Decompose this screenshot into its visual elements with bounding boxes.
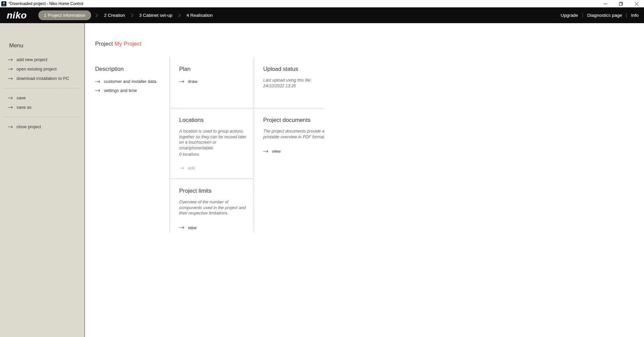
section-title: Project limits xyxy=(179,188,248,194)
customer-installer-data-link[interactable]: customer and installer data xyxy=(95,79,167,84)
diagnostics-page-link[interactable]: Diagnostics page xyxy=(587,13,622,18)
menu-divider xyxy=(4,88,80,88)
step-creation[interactable]: 2 Creation xyxy=(103,10,126,20)
minimize-button[interactable] xyxy=(598,0,613,7)
content-area: Menu add new project open existing proje… xyxy=(0,23,644,337)
link-label: view xyxy=(272,149,281,154)
section-title: Plan xyxy=(179,66,246,73)
project-limits-description: Overview of the number of components use… xyxy=(179,199,248,216)
menu-item-open-existing-project[interactable]: open existing project xyxy=(8,66,84,71)
arrow-right-icon xyxy=(179,80,185,83)
window-controls xyxy=(598,0,644,7)
view-project-documents-link[interactable]: view xyxy=(263,149,325,154)
nav-right-links: Upgrade Diagnostics page Info xyxy=(561,13,639,18)
niko-logo: niko xyxy=(7,11,27,20)
chevron-right-icon xyxy=(178,13,181,17)
section-project-documents: Project documents The project documents … xyxy=(263,117,325,154)
main-panel: Project My Project Description customer … xyxy=(85,23,644,337)
arrow-right-icon xyxy=(179,166,185,170)
section-title: Upload status xyxy=(263,66,327,73)
separator xyxy=(626,13,627,18)
upload-status-text: Last upload using this file: 24/10/2022 … xyxy=(263,78,327,89)
project-name: My Project xyxy=(115,41,142,47)
link-label: view xyxy=(188,225,197,230)
upload-status-line1: Last upload using this file: xyxy=(263,78,327,83)
menu-item-label: save as xyxy=(16,105,32,110)
upgrade-link[interactable]: Upgrade xyxy=(561,13,578,18)
arrow-right-icon xyxy=(263,150,269,153)
menu-item-label: add new project xyxy=(16,57,47,62)
step-realisation[interactable]: 4 Realisation xyxy=(185,10,214,20)
link-label: customer and installer data xyxy=(104,79,156,84)
close-icon xyxy=(635,2,638,6)
locations-description: A location is used to group actions toge… xyxy=(179,129,252,151)
arrow-right-icon xyxy=(8,106,13,109)
page-title-prefix: Project xyxy=(95,41,113,47)
section-title: Locations xyxy=(179,117,252,124)
link-label: settings and time xyxy=(104,88,137,93)
menu-item-label: save xyxy=(16,95,26,100)
arrow-right-icon xyxy=(8,77,13,80)
section-title: Description xyxy=(95,66,167,73)
section-plan: Plan draw xyxy=(179,66,246,84)
vertical-divider xyxy=(169,58,170,232)
minimize-icon xyxy=(604,2,607,6)
locations-count: 0 locations xyxy=(179,152,252,157)
vertical-divider xyxy=(253,58,253,232)
menu-item-save[interactable]: save xyxy=(8,95,84,100)
section-project-limits: Project limits Overview of the number of… xyxy=(179,188,248,230)
wizard-steps: 1 Project information 2 Creation 3 Cabin… xyxy=(38,10,214,20)
step-project-information[interactable]: 1 Project information xyxy=(38,10,91,20)
menu-item-label: download installation to PC xyxy=(16,76,69,81)
page-title: Project My Project xyxy=(95,41,142,47)
sidebar-menu: Menu add new project open existing proje… xyxy=(0,23,85,337)
menu-item-label: close project xyxy=(16,124,41,129)
menu-item-download-installation[interactable]: download installation to PC xyxy=(8,76,84,81)
upload-status-timestamp: 24/10/2022 13:25 xyxy=(263,83,327,89)
edit-locations-link[interactable]: edit xyxy=(179,165,252,171)
menu-item-add-new-project[interactable]: add new project xyxy=(8,57,84,62)
draw-link[interactable]: draw xyxy=(179,79,246,84)
section-locations: Locations A location is used to group ac… xyxy=(179,117,252,171)
menu-item-save-as[interactable]: save as xyxy=(8,105,84,110)
chevron-right-icon xyxy=(131,13,133,17)
menu-title: Menu xyxy=(9,42,83,49)
arrow-right-icon xyxy=(8,58,13,61)
link-label: edit xyxy=(188,165,195,171)
separator xyxy=(582,13,583,18)
link-label: draw xyxy=(188,79,197,84)
menu-item-close-project[interactable]: close project xyxy=(8,124,84,129)
restore-button[interactable] xyxy=(613,0,629,7)
settings-and-time-link[interactable]: settings and time xyxy=(95,88,167,93)
arrow-right-icon xyxy=(179,226,185,229)
app-icon xyxy=(1,1,6,6)
view-project-limits-link[interactable]: view xyxy=(179,225,248,230)
section-title: Project documents xyxy=(263,117,325,124)
arrow-right-icon xyxy=(95,89,101,92)
menu-item-label: open existing project xyxy=(16,66,56,71)
section-upload-status: Upload status Last upload using this fil… xyxy=(263,66,327,89)
close-button[interactable] xyxy=(629,0,644,7)
horizontal-divider xyxy=(169,108,324,108)
window-title: *Downloaded project - Niko Home Control xyxy=(8,1,83,6)
chevron-right-icon xyxy=(95,13,98,17)
menu-divider xyxy=(4,117,80,117)
titlebar: *Downloaded project - Niko Home Control xyxy=(0,0,644,7)
horizontal-divider xyxy=(169,179,253,179)
arrow-right-icon xyxy=(8,125,13,129)
navbar: niko 1 Project information 2 Creation 3 … xyxy=(0,7,644,23)
arrow-right-icon xyxy=(95,80,101,83)
step-cabinet-setup[interactable]: 3 Cabinet set-up xyxy=(138,10,174,20)
project-documents-description: The project documents provide a printabl… xyxy=(263,129,325,140)
restore-icon xyxy=(619,2,623,6)
arrow-right-icon xyxy=(8,96,13,100)
section-description: Description customer and installer data … xyxy=(95,66,167,93)
arrow-right-icon xyxy=(8,67,13,71)
info-link[interactable]: Info xyxy=(631,13,639,18)
